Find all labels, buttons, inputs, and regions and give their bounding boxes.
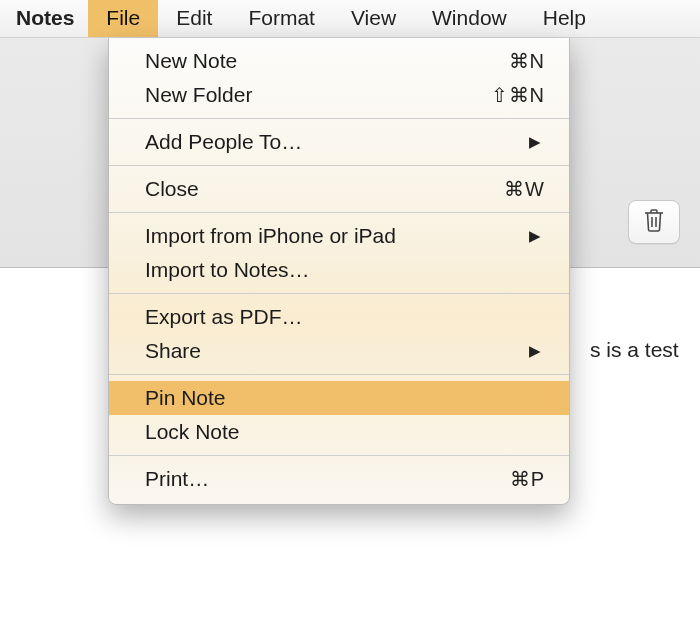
menu-separator <box>109 165 569 166</box>
menu-item-new-note[interactable]: New Note⌘N <box>109 44 569 78</box>
menu-item-label: Import to Notes… <box>145 258 310 282</box>
menu-title-edit[interactable]: Edit <box>158 0 230 37</box>
trash-icon <box>642 207 666 238</box>
note-body-text: s is a test <box>590 338 679 362</box>
menu-title-label: Help <box>543 6 586 29</box>
menu-title-format[interactable]: Format <box>230 0 333 37</box>
menu-item-close[interactable]: Close⌘W <box>109 172 569 206</box>
menu-item-shortcut: ⌘W <box>504 177 545 201</box>
menu-item-print[interactable]: Print…⌘P <box>109 462 569 496</box>
menu-separator <box>109 293 569 294</box>
menu-separator <box>109 455 569 456</box>
menu-item-label: Share <box>145 339 201 363</box>
menu-item-label: Close <box>145 177 199 201</box>
menu-bar: Notes FileEditFormatViewWindowHelp <box>0 0 700 38</box>
menu-item-label: Add People To… <box>145 130 302 154</box>
menu-item-label: Pin Note <box>145 386 226 410</box>
menu-title-window[interactable]: Window <box>414 0 525 37</box>
menu-separator <box>109 118 569 119</box>
menu-separator <box>109 212 569 213</box>
menu-title-label: Window <box>432 6 507 29</box>
menu-title-file[interactable]: File <box>88 0 158 37</box>
menu-title-label: View <box>351 6 396 29</box>
menu-item-pin-note[interactable]: Pin Note <box>109 381 569 415</box>
menu-item-new-folder[interactable]: New Folder⇧⌘N <box>109 78 569 112</box>
menu-title-view[interactable]: View <box>333 0 414 37</box>
menu-title-label: Edit <box>176 6 212 29</box>
app-name[interactable]: Notes <box>14 0 88 37</box>
menu-item-label: Import from iPhone or iPad <box>145 224 396 248</box>
menu-separator <box>109 374 569 375</box>
menu-item-add-people-to[interactable]: Add People To…▶ <box>109 125 569 159</box>
chevron-right-icon: ▶ <box>529 342 545 360</box>
menu-item-label: New Folder <box>145 83 252 107</box>
menu-title-label: Format <box>248 6 315 29</box>
menu-item-label: New Note <box>145 49 237 73</box>
file-menu-dropdown: New Note⌘NNew Folder⇧⌘NAdd People To…▶Cl… <box>108 38 570 505</box>
menu-item-shortcut: ⌘N <box>509 49 545 73</box>
menu-item-shortcut: ⇧⌘N <box>491 83 545 107</box>
menu-item-export-as-pdf[interactable]: Export as PDF… <box>109 300 569 334</box>
menu-item-lock-note[interactable]: Lock Note <box>109 415 569 449</box>
menu-item-label: Print… <box>145 467 209 491</box>
delete-note-button[interactable] <box>628 200 680 244</box>
menu-item-shortcut: ⌘P <box>510 467 545 491</box>
menu-item-share[interactable]: Share▶ <box>109 334 569 368</box>
menu-item-import-to-notes[interactable]: Import to Notes… <box>109 253 569 287</box>
menu-item-label: Export as PDF… <box>145 305 303 329</box>
menu-title-help[interactable]: Help <box>525 0 604 37</box>
chevron-right-icon: ▶ <box>529 133 545 151</box>
menu-item-import-from-iphone-or-ipad[interactable]: Import from iPhone or iPad▶ <box>109 219 569 253</box>
chevron-right-icon: ▶ <box>529 227 545 245</box>
menu-item-label: Lock Note <box>145 420 240 444</box>
menu-title-label: File <box>106 6 140 29</box>
